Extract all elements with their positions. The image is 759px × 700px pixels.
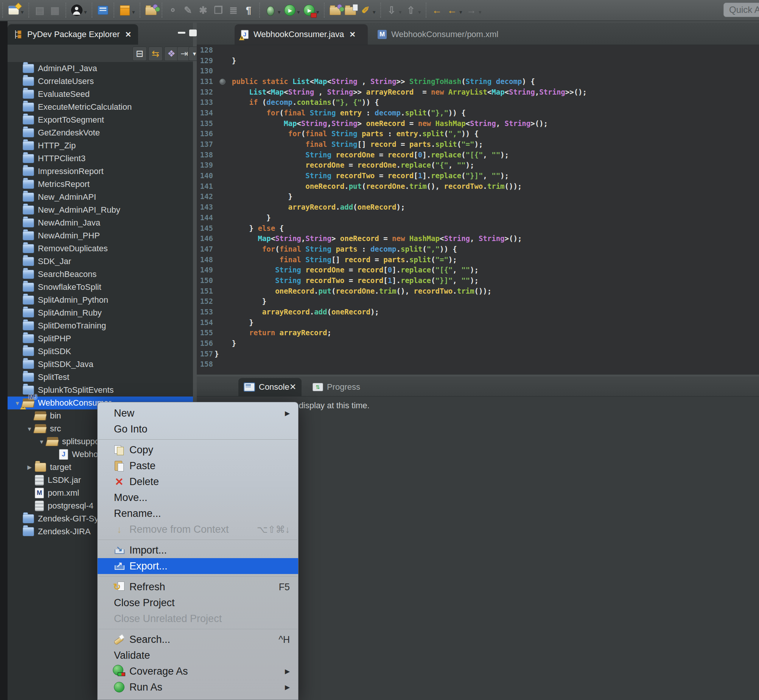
tree-item-searchbeacons[interactable]: SearchBeacons [8,268,193,281]
menu-item-close-project[interactable]: Close Project [98,595,298,611]
tree-item-executemetriccalculation[interactable]: ExecuteMetricCalculation [8,101,193,114]
new-wizard-button-dropdown-icon[interactable]: ▾ [21,9,25,16]
collapse-all-icon[interactable]: ⊟ [133,47,147,61]
minimize-view-button[interactable] [177,30,187,37]
tree-item-metricsreport[interactable]: MetricsReport [8,178,193,191]
menu-item-delete[interactable]: ✕Delete [98,474,298,490]
menu-item-export[interactable]: Export... [98,558,298,574]
editor-tab-close-icon[interactable]: ✕ [349,30,356,39]
menu-item-refresh[interactable]: RefreshF5 [98,579,298,595]
project-folder-icon [23,373,34,382]
update-up-button: ⇧ [404,3,418,17]
new-wizard-button[interactable] [7,3,20,17]
tree-item-http-zip[interactable]: HTTP_Zip [8,139,193,152]
tree-item-splitadmin-python[interactable]: SplitAdmin_Python [8,294,193,306]
console-view-button[interactable] [96,3,110,17]
debug-button-dropdown-icon[interactable]: ▾ [278,9,282,16]
commit-down-button: ⇩ [385,3,398,17]
line-number: 139 [197,161,213,169]
console-tab-close-icon[interactable]: ✕ [289,382,296,392]
pilcrow-button[interactable]: ¶ [242,3,255,17]
pen-button: ✎ [181,3,195,17]
tree-item-label: GetZendeskVote [38,128,100,138]
tree-item-getzendeskvote[interactable]: GetZendeskVote [8,127,193,139]
menu-item-new[interactable]: New▶ [98,405,298,421]
menu-item-validate[interactable]: Validate [98,647,298,663]
tree-item-removeduplicates[interactable]: RemoveDuplicates [8,242,193,255]
chevron-collapsed-icon[interactable]: ▶ [24,464,35,471]
code-text: Map<String,String> oneRecord = new HashM… [214,234,522,242]
debug-folder-button[interactable] [144,3,158,17]
open-resource-folder-button[interactable] [328,3,342,17]
focus-task-icon[interactable]: ❖ [164,47,179,61]
menu-item-label: Search... [130,634,170,645]
back-button-dropdown-icon[interactable]: ▾ [459,9,464,16]
tree-item-adminapi-java[interactable]: AdminAPI_Java [8,62,193,75]
link-with-editor-icon[interactable]: ⇆ [148,47,163,61]
tree-item-splitsdk[interactable]: SplitSDK [8,345,193,358]
tree-item-splitphp[interactable]: SplitPHP [8,332,193,345]
tree-item-splitdemotraining[interactable]: SplitDemoTraining [8,319,193,332]
run-button-dropdown-icon[interactable]: ▾ [297,9,301,16]
menu-item-paste[interactable]: Paste [98,458,298,474]
project-folder-icon [23,128,34,138]
menu-item-search[interactable]: Search...^H [98,631,298,647]
tree-item-snowflaketosplit[interactable]: SnowflakeToSplit [8,281,193,294]
tree-item-newadmin-php[interactable]: NewAdmin_PHP [8,229,193,242]
cov-menu-icon [113,665,126,677]
editor-tab-webhookconsumer-java[interactable]: WebhookConsumer.java✕ [234,24,368,45]
tree-item-splitadmin-ruby[interactable]: SplitAdmin_Ruby [8,306,193,319]
marker-button-dropdown-icon[interactable]: ▾ [373,9,377,16]
code-text: oneRecord.put(recordOne.trim(), recordTw… [214,182,522,190]
tree-item-splittest[interactable]: SplitTest [8,371,193,384]
marker-button[interactable]: ✐ [359,3,372,17]
back-button[interactable]: ← [445,3,459,17]
menu-item-coverage-as[interactable]: Coverage As▶ [98,663,298,679]
menu-item-copy[interactable]: Copy [98,442,298,458]
back-annotation-button[interactable]: ← [430,3,444,17]
code-editor[interactable]: 128129 }130131 public static List<Map<St… [197,45,759,375]
clipboard-folder-button[interactable] [344,3,357,17]
save-all-button-icon: ▦ [50,5,60,15]
console-tab-console[interactable]: Console✕ [238,378,301,396]
run-button[interactable] [283,3,297,17]
menu-item-label: Paste [130,460,156,472]
user-account-button-dropdown-icon[interactable]: ▾ [84,9,89,16]
open-folder-icon [47,437,58,446]
menu-item-move[interactable]: Move... [98,490,298,506]
user-account-button[interactable] [70,3,84,17]
menu-item-rename[interactable]: Rename... [98,506,298,522]
editor-tab-webhookconsumer-pom-xml[interactable]: MWebhookConsumer/pom.xml [372,24,511,45]
menu-item-go-into[interactable]: Go Into [98,421,298,437]
menu-item-run-as[interactable]: Run As▶ [98,679,298,695]
tree-item-impressionreport[interactable]: ImpressionReport [8,165,193,178]
tree-item-newadmin-java[interactable]: NewAdmin_Java [8,216,193,229]
console-tab-progress[interactable]: ⇅Progress [307,378,365,396]
tree-item-correlateusers[interactable]: CorrelateUsers [8,75,193,88]
tree-item-evaluateseed[interactable]: EvaluateSeed [8,88,193,101]
breakpoint-dot-icon[interactable] [219,79,225,85]
project-folder-icon [23,77,34,86]
profile-button[interactable] [302,3,316,17]
tree-item-new-adminapi-ruby[interactable]: New_AdminAPI_Ruby [8,203,193,216]
package-button-dropdown-icon[interactable]: ▾ [132,9,137,16]
editor-tab-label: WebhookConsumer.java [253,30,344,39]
package-button[interactable] [118,3,132,17]
tree-item-exporttosegment[interactable]: ExportToSegment [8,114,193,127]
line-number: 147 [197,245,213,253]
menu-item-label: Rename... [114,508,161,520]
tab-pydev-package-explorer[interactable]: PyDev Package Explorer ✕ [8,24,138,45]
chevron-expanded-icon[interactable]: ▼ [24,426,35,432]
code-text: List<Map<String , String>> arrayRecord =… [214,88,587,96]
tree-item-sdk-jar[interactable]: SDK_Jar [8,255,193,268]
debug-button[interactable] [264,3,277,17]
quick-access-input[interactable]: Quick Access [723,3,759,17]
chevron-expanded-icon[interactable]: ▼ [36,439,47,445]
tree-item-new-adminapi[interactable]: New_AdminAPI [8,191,193,203]
project-folder-icon [23,321,34,330]
explorer-tab-close-icon[interactable]: ✕ [125,30,132,39]
menu-item-import[interactable]: Import... [98,542,298,558]
tree-item-httpclient3[interactable]: HTTPClient3 [8,152,193,165]
tree-item-splitsdk-java[interactable]: SplitSDK_Java [8,358,193,371]
profile-button-dropdown-icon[interactable]: ▾ [316,9,321,16]
